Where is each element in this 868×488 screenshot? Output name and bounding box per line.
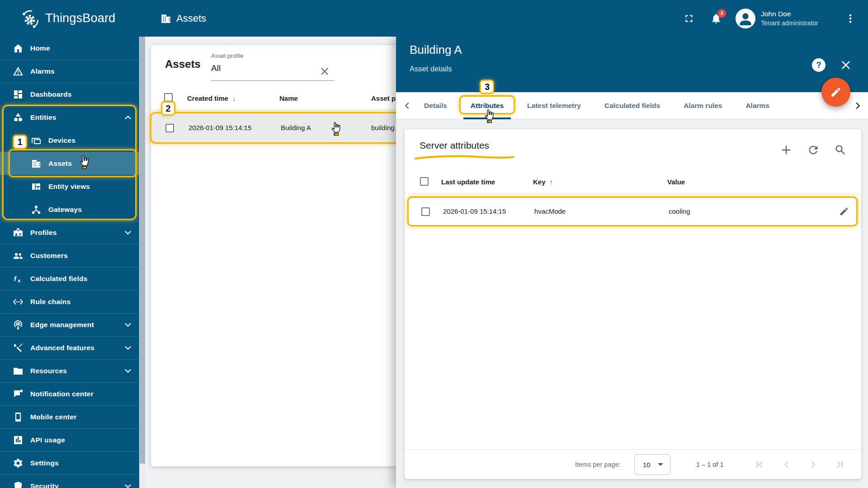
sidebar-item-label: Home (30, 44, 50, 52)
edit-attribute-pencil-icon[interactable] (839, 206, 849, 216)
sidebar-item-label: Alarms (30, 67, 55, 75)
server-attributes-title: Server attributes (420, 140, 489, 151)
tab-alarm-rules[interactable]: Alarm rules (672, 92, 734, 119)
table-header-divider (151, 110, 404, 110)
close-icon[interactable] (840, 59, 852, 71)
notification-center-icon (13, 389, 24, 399)
tab-latest-telemetry[interactable]: Latest telemetry (515, 92, 593, 119)
details-tabs: DetailsAttributes3Latest telemetryCalcul… (396, 92, 868, 119)
sidebar-item-entity-views[interactable]: Entity views (0, 175, 139, 198)
cell-key: hvacMode (534, 198, 566, 225)
tab-attributes[interactable]: Attributes3 (459, 92, 515, 119)
thingsboard-logo: ThingsBoard (19, 8, 115, 29)
tab-calculated-fields[interactable]: Calculated fields (593, 92, 672, 119)
fullscreen-icon[interactable] (683, 13, 695, 24)
sidebar-item-dashboards[interactable]: Dashboards (0, 83, 139, 106)
sort-desc-icon: ↓ (232, 94, 236, 102)
column-value[interactable]: Value (667, 178, 685, 186)
edit-fab-button[interactable] (821, 78, 850, 107)
sidebar-scrollbar-thumb[interactable] (140, 37, 145, 464)
attribute-row-hvacmode[interactable]: 2026-01-09 15:14:15 hvacMode cooling (407, 197, 858, 226)
avatar[interactable] (736, 9, 755, 28)
asset-details-panel: Building A Asset details ? DetailsAttrib… (396, 37, 868, 488)
thingsboard-app: ThingsBoard Assets 3 John Doe T (0, 0, 868, 488)
sidebar-item-home[interactable]: Home (0, 37, 139, 60)
last-page-icon[interactable] (835, 459, 845, 470)
tab-label: Alarms (745, 102, 769, 110)
app-name: ThingsBoard (45, 11, 115, 25)
page-title: Assets (176, 13, 206, 24)
notification-badge: 3 (717, 9, 726, 18)
sidebar-item-mobile-center[interactable]: Mobile center (0, 405, 139, 428)
asset-profile-filter-value[interactable]: All (211, 63, 221, 73)
items-per-page-value: 10 (643, 461, 651, 469)
items-per-page-label: Items per page: (575, 450, 621, 479)
sidebar-scrollbar (139, 37, 146, 488)
previous-page-icon[interactable] (781, 459, 792, 470)
profiles-icon (13, 227, 24, 238)
details-panel-title: Building A (410, 43, 462, 57)
attributes-header-divider (405, 193, 861, 194)
help-icon[interactable]: ? (812, 58, 826, 72)
tabs-scroll-left-icon[interactable] (402, 101, 412, 111)
sidebar-item-entities[interactable]: Entities (0, 106, 139, 129)
top-bar: ThingsBoard Assets 3 John Doe T (0, 0, 868, 37)
sidebar-item-assets[interactable]: Assets (0, 152, 139, 175)
sidebar-item-calculated-fields[interactable]: fxCalculated fields (0, 267, 139, 290)
sidebar-item-label: API usage (30, 436, 65, 444)
refresh-icon[interactable] (807, 144, 820, 156)
search-icon[interactable] (834, 144, 847, 156)
column-last-update-time[interactable]: Last update time (441, 178, 495, 186)
column-name[interactable]: Name (279, 94, 298, 102)
attribute-row-checkbox[interactable] (421, 207, 430, 216)
sidebar-item-api-usage[interactable]: API usage (0, 428, 139, 451)
assets-card-title: Assets (165, 58, 201, 70)
sidebar-item-settings[interactable]: Settings (0, 451, 139, 474)
tabs-scroll-right-icon[interactable] (853, 101, 863, 111)
sidebar-item-profiles[interactable]: Profiles (0, 221, 139, 244)
asset-row-building-a[interactable]: 2026-01-09 15:14:15 Building A building (150, 112, 404, 144)
tab-details[interactable]: Details (412, 92, 459, 119)
notifications-bell-icon[interactable]: 3 (710, 13, 722, 24)
sidebar-item-label: Entities (30, 113, 57, 122)
sidebar-item-advanced-features[interactable]: Advanced features (0, 336, 139, 359)
hand-cursor-row (330, 122, 342, 136)
sidebar-item-security[interactable]: Security (0, 474, 139, 488)
chevron-down-icon (123, 481, 133, 488)
pagination-range: 1 – 1 of 1 (696, 450, 723, 479)
select-all-attributes-checkbox[interactable] (420, 177, 429, 186)
cell-name: Building A (281, 113, 311, 142)
assets-list-section: Assets Asset profile All Created time↓ N… (146, 37, 396, 488)
sidebar-item-alarms[interactable]: Alarms (0, 60, 139, 83)
sidebar-item-resources[interactable]: Resources (0, 359, 139, 382)
column-created-time[interactable]: Created time↓ (187, 94, 236, 102)
first-page-icon[interactable] (754, 459, 765, 470)
sidebar-item-gateways[interactable]: Gateways (0, 198, 139, 221)
cell-value: cooling (669, 198, 690, 225)
column-asset-profile[interactable]: Asset p (371, 94, 396, 102)
add-attribute-icon[interactable] (780, 144, 793, 156)
sidebar-item-label: Profiles (30, 229, 57, 237)
cell-last-update-time: 2026-01-09 15:14:15 (443, 198, 506, 225)
resources-icon (13, 366, 24, 376)
select-all-checkbox[interactable] (164, 93, 173, 102)
annotation-title-underline (414, 155, 515, 160)
row-checkbox[interactable] (165, 124, 174, 132)
sidebar-item-notification-center[interactable]: Notification center (0, 382, 139, 405)
topbar-actions: 3 John Doe Tenant administrator (683, 0, 856, 37)
mobile-center-icon (13, 412, 24, 422)
sidebar-item-customers[interactable]: Customers (0, 244, 139, 267)
user-name: John Doe (761, 9, 818, 18)
chevron-down-icon (123, 228, 133, 238)
sidebar-item-edge-management[interactable]: Edge management (0, 313, 139, 336)
tab-alarms[interactable]: Alarms (734, 92, 781, 119)
sidebar-item-rule-chains[interactable]: Rule chains (0, 290, 139, 313)
column-key[interactable]: Key↑ (533, 178, 553, 186)
items-per-page-select[interactable]: 10 (634, 454, 670, 475)
sidebar-item-label: Mobile center (30, 413, 77, 421)
clear-filter-icon[interactable] (319, 66, 330, 77)
kebab-menu-icon[interactable] (844, 13, 856, 24)
sidebar-item-label: Calculated fields (30, 275, 88, 283)
next-page-icon[interactable] (807, 459, 818, 470)
sidebar-item-devices[interactable]: Devices (0, 129, 139, 152)
